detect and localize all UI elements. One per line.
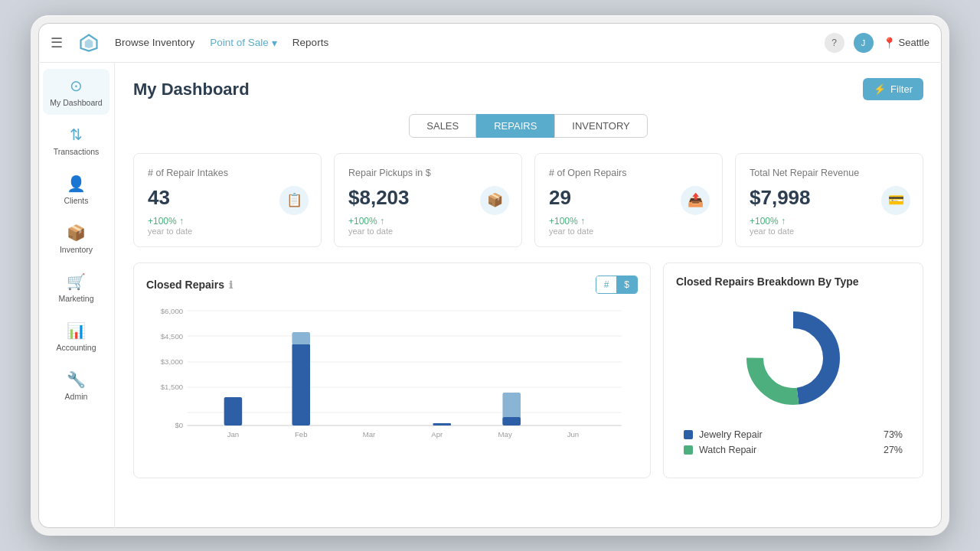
sidebar-item-inventory[interactable]: 📦 Inventory bbox=[43, 216, 109, 262]
nav-point-of-sale[interactable]: Point of Sale ▾ bbox=[210, 37, 277, 49]
metric-cards: # of Repair Intakes 43 +100% ↑ year to d… bbox=[133, 153, 923, 247]
sidebar-item-clients[interactable]: 👤 Clients bbox=[43, 167, 109, 213]
transactions-icon: ⇅ bbox=[70, 126, 83, 144]
watch-color-dot bbox=[684, 445, 693, 455]
jewelry-pct: 73% bbox=[884, 429, 903, 440]
donut-svg bbox=[740, 305, 847, 412]
jewelry-label: Jewelry Repair bbox=[699, 429, 763, 440]
sidebar-label-accounting: Accounting bbox=[57, 343, 96, 352]
filter-icon: ⚡ bbox=[874, 83, 886, 95]
accounting-icon: 📊 bbox=[67, 321, 86, 340]
svg-text:Jan: Jan bbox=[227, 431, 240, 439]
svg-text:Mar: Mar bbox=[363, 431, 376, 439]
metric-card-open-repairs: # of Open Repairs 29 +100% ↑ year to dat… bbox=[534, 153, 723, 247]
sidebar-item-admin[interactable]: 🔧 Admin bbox=[43, 363, 109, 409]
screen: ☰ Browse Inventory Point of Sale ▾ Repor… bbox=[38, 23, 942, 528]
device-frame: ☰ Browse Inventory Point of Sale ▾ Repor… bbox=[31, 15, 949, 536]
topnav: ☰ Browse Inventory Point of Sale ▾ Repor… bbox=[38, 23, 942, 63]
metric-icon-open-repairs: 📤 bbox=[681, 186, 710, 215]
sidebar-label-admin: Admin bbox=[65, 392, 88, 401]
metric-title-repair-pickups: Repair Pickups in $ bbox=[348, 168, 508, 178]
metric-title-open-repairs: # of Open Repairs bbox=[549, 168, 708, 178]
metric-icon-repair-intakes: 📋 bbox=[279, 186, 309, 215]
metric-title-net-revenue: Total Net Repair Revenue bbox=[750, 168, 909, 178]
metric-icon-repair-pickups: 📦 bbox=[480, 186, 509, 215]
tab-sales[interactable]: SALES bbox=[409, 114, 476, 138]
metric-sub-repair-intakes: year to date bbox=[148, 227, 307, 236]
sidebar-label-clients: Clients bbox=[64, 196, 88, 205]
menu-icon[interactable]: ☰ bbox=[51, 34, 63, 51]
watch-pct: 27% bbox=[884, 445, 903, 455]
metric-sub-net-revenue: year to date bbox=[750, 227, 909, 236]
sidebar-label-inventory: Inventory bbox=[60, 245, 93, 254]
metric-sub-repair-pickups: year to date bbox=[348, 227, 508, 236]
sidebar-item-accounting[interactable]: 📊 Accounting bbox=[43, 314, 109, 360]
svg-rect-15 bbox=[292, 332, 310, 344]
clients-icon: 👤 bbox=[67, 174, 86, 193]
metric-icon-net-revenue: 💳 bbox=[881, 186, 910, 215]
filter-button[interactable]: ⚡ Filter bbox=[863, 78, 923, 100]
breakdown-title: Closed Repairs Breakdown By Type bbox=[676, 276, 859, 288]
help-button[interactable]: ? bbox=[825, 33, 844, 53]
logo-icon bbox=[78, 32, 100, 54]
toggle-dollar[interactable]: $ bbox=[616, 276, 637, 293]
bar-chart-svg: $6,000 $4,500 $3,000 $1,500 $0 bbox=[146, 303, 638, 456]
donut-area: Jewelry Repair 73% Watch Repair bbox=[676, 297, 910, 465]
svg-marker-1 bbox=[85, 38, 93, 47]
pin-icon: 📍 bbox=[883, 37, 896, 49]
metric-sub-open-repairs: year to date bbox=[549, 227, 708, 236]
tab-repairs[interactable]: REPAIRS bbox=[476, 114, 554, 138]
tab-group: SALES REPAIRS INVENTORY bbox=[133, 114, 923, 138]
sidebar-label-marketing: Marketing bbox=[58, 294, 93, 303]
tab-inventory[interactable]: INVENTORY bbox=[554, 114, 647, 138]
closed-repairs-chart-header: Closed Repairs ℹ # $ bbox=[146, 276, 638, 294]
admin-icon: 🔧 bbox=[67, 370, 86, 389]
sidebar-label-transactions: Transactions bbox=[54, 147, 100, 156]
sidebar-label-dashboard: My Dashboard bbox=[50, 98, 102, 107]
svg-point-27 bbox=[766, 331, 821, 386]
chart-toggle: # $ bbox=[596, 276, 638, 294]
metric-change-repair-pickups: +100% ↑ bbox=[348, 216, 508, 227]
svg-text:May: May bbox=[498, 431, 513, 439]
metric-card-repair-intakes: # of Repair Intakes 43 +100% ↑ year to d… bbox=[133, 153, 322, 247]
metric-change-repair-intakes: +100% ↑ bbox=[148, 216, 307, 227]
nav-reports[interactable]: Reports bbox=[292, 37, 328, 48]
svg-rect-18 bbox=[502, 417, 521, 425]
bar-chart-area: $6,000 $4,500 $3,000 $1,500 $0 bbox=[146, 303, 638, 456]
nav-browse-inventory[interactable]: Browse Inventory bbox=[115, 37, 194, 48]
legend-item-jewelry: Jewelry Repair 73% bbox=[684, 427, 903, 442]
svg-text:$3,000: $3,000 bbox=[161, 358, 183, 366]
metric-change-open-repairs: +100% ↑ bbox=[549, 216, 708, 227]
dashboard-icon: ⊙ bbox=[70, 77, 83, 95]
user-avatar[interactable]: J bbox=[854, 33, 874, 53]
sidebar-item-transactions[interactable]: ⇅ Transactions bbox=[43, 118, 109, 164]
svg-text:$6,000: $6,000 bbox=[161, 308, 183, 315]
page-header: My Dashboard ⚡ Filter bbox=[133, 78, 923, 100]
inventory-icon: 📦 bbox=[67, 223, 86, 242]
svg-rect-14 bbox=[292, 344, 310, 425]
svg-text:Feb: Feb bbox=[295, 431, 308, 439]
svg-rect-16 bbox=[433, 423, 452, 425]
main-layout: ⊙ My Dashboard ⇅ Transactions 👤 Clients … bbox=[38, 63, 942, 528]
toggle-hash[interactable]: # bbox=[596, 276, 617, 293]
location-display: 📍 Seattle bbox=[883, 37, 929, 49]
sidebar-item-marketing[interactable]: 🛒 Marketing bbox=[43, 265, 109, 311]
svg-text:$4,500: $4,500 bbox=[161, 333, 183, 341]
jewelry-color-dot bbox=[684, 430, 693, 439]
main-content: My Dashboard ⚡ Filter SALES REPAIRS INVE… bbox=[115, 63, 942, 528]
watch-label: Watch Repair bbox=[699, 445, 756, 455]
svg-rect-13 bbox=[224, 397, 243, 425]
breakdown-chart-header: Closed Repairs Breakdown By Type bbox=[676, 276, 910, 288]
svg-text:Jun: Jun bbox=[567, 431, 580, 439]
closed-repairs-title: Closed Repairs ℹ bbox=[146, 279, 233, 291]
metric-title-repair-intakes: # of Repair Intakes bbox=[148, 168, 307, 178]
metric-card-repair-pickups: Repair Pickups in $ $8,203 +100% ↑ year … bbox=[334, 153, 522, 247]
donut-container bbox=[740, 305, 847, 412]
sidebar-item-dashboard[interactable]: ⊙ My Dashboard bbox=[43, 69, 109, 115]
closed-repairs-chart: Closed Repairs ℹ # $ bbox=[133, 262, 651, 478]
chart-legend: Jewelry Repair 73% Watch Repair bbox=[676, 427, 910, 458]
page-title: My Dashboard bbox=[133, 80, 250, 99]
breakdown-chart: Closed Repairs Breakdown By Type bbox=[663, 262, 923, 478]
svg-text:$0: $0 bbox=[175, 422, 183, 429]
info-icon[interactable]: ℹ bbox=[229, 279, 233, 291]
